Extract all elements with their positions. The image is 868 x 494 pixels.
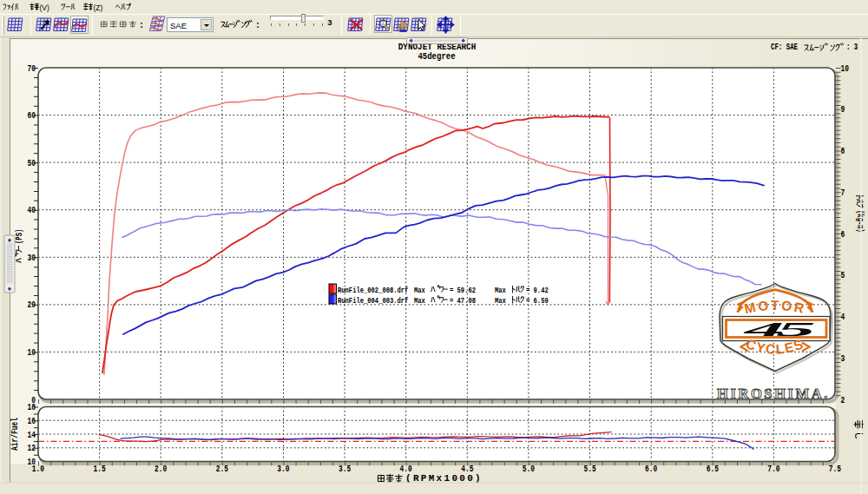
svg-text::: : bbox=[255, 21, 260, 30]
svg-text:2.0: 2.0 bbox=[155, 464, 167, 475]
svg-text:= 6.59: = 6.59 bbox=[526, 296, 549, 306]
svg-text:RunFile_002_008.drf: RunFile_002_008.drf bbox=[338, 286, 408, 295]
svg-text:5.0: 5.0 bbox=[523, 464, 535, 475]
svg-text:Max: Max bbox=[495, 286, 506, 295]
svg-text:20: 20 bbox=[27, 300, 36, 311]
svg-text:Air/Fuel: Air/Fuel bbox=[10, 418, 21, 451]
svg-text:6: 6 bbox=[841, 228, 845, 240]
svg-text:40: 40 bbox=[27, 205, 36, 216]
svg-text:7.0: 7.0 bbox=[767, 464, 779, 475]
svg-text:Max: Max bbox=[495, 296, 506, 306]
svg-text:9: 9 bbox=[841, 104, 845, 115]
svg-text:Max: Max bbox=[414, 296, 425, 306]
svg-text:6.0: 6.0 bbox=[645, 464, 657, 475]
svg-text:(PS): (PS) bbox=[14, 229, 23, 244]
svg-text:3.0: 3.0 bbox=[277, 464, 289, 475]
svg-text:5.5: 5.5 bbox=[583, 464, 595, 475]
svg-text:(RPMx1000): (RPMx1000) bbox=[405, 473, 483, 484]
svg-text:30: 30 bbox=[27, 253, 36, 264]
svg-text:18: 18 bbox=[27, 402, 36, 413]
svg-text:6.5: 6.5 bbox=[707, 464, 719, 475]
svg-text:Max: Max bbox=[414, 286, 425, 295]
svg-text:3.5: 3.5 bbox=[339, 464, 351, 475]
svg-text:= 9.42: = 9.42 bbox=[526, 286, 549, 295]
svg-text:16: 16 bbox=[27, 416, 36, 427]
svg-text:(kg-m): (kg-m) bbox=[854, 210, 864, 233]
svg-text:= 47.08: = 47.08 bbox=[450, 296, 476, 306]
svg-text:4: 4 bbox=[841, 312, 845, 323]
svg-text:45: 45 bbox=[742, 319, 814, 339]
svg-text:RunFile_004_003.drf: RunFile_004_003.drf bbox=[338, 296, 408, 306]
svg-text:7: 7 bbox=[841, 188, 845, 199]
svg-text:60: 60 bbox=[27, 110, 36, 122]
svg-text:45degree: 45degree bbox=[418, 51, 455, 62]
svg-text:5: 5 bbox=[841, 270, 845, 281]
svg-text:CF: SAE: CF: SAE bbox=[771, 43, 798, 52]
svg-text:3: 3 bbox=[841, 353, 845, 365]
svg-text:1.0: 1.0 bbox=[32, 464, 44, 475]
svg-text:12: 12 bbox=[27, 443, 36, 454]
svg-text:10: 10 bbox=[27, 347, 36, 359]
svg-text:1.5: 1.5 bbox=[93, 464, 105, 475]
svg-text:70: 70 bbox=[27, 63, 36, 74]
svg-text:10: 10 bbox=[841, 63, 850, 74]
svg-text:= 59.62: = 59.62 bbox=[450, 286, 476, 295]
svg-text:2.5: 2.5 bbox=[216, 464, 228, 475]
svg-text:2: 2 bbox=[841, 394, 845, 405]
svg-text:14: 14 bbox=[27, 429, 36, 440]
svg-text:: 3: : 3 bbox=[846, 43, 858, 52]
svg-text::: : bbox=[139, 21, 144, 30]
svg-text:50: 50 bbox=[27, 157, 36, 168]
svg-text:8: 8 bbox=[841, 146, 845, 157]
svg-text:7.5: 7.5 bbox=[829, 464, 841, 475]
